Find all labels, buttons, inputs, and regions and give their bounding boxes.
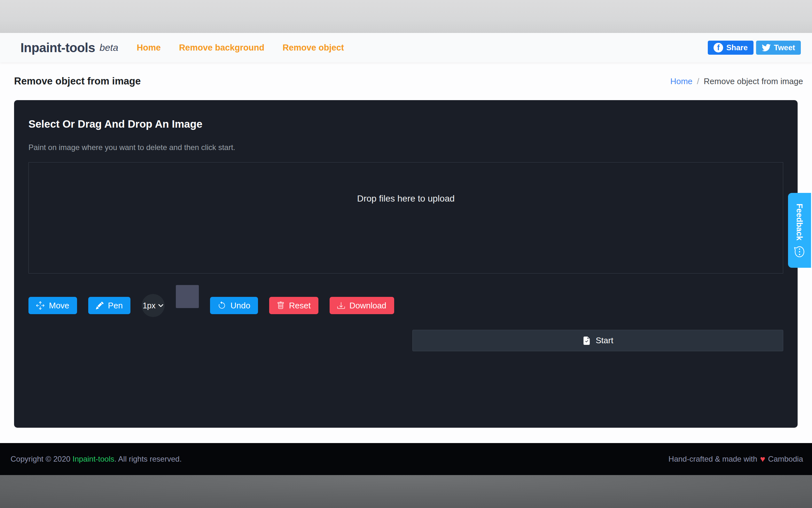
brush-size-value: 1px	[143, 301, 155, 310]
feedback-label: Feedback	[795, 204, 804, 240]
desktop-band-bottom	[0, 475, 812, 508]
pencil-icon	[96, 302, 104, 309]
move-label: Move	[49, 301, 69, 311]
breadcrumb-current: Remove object from image	[704, 77, 803, 86]
brand-logo[interactable]: Inpaint-tools	[20, 41, 95, 55]
card-title: Select Or Drag And Drop An Image	[29, 118, 783, 130]
breadcrumb-home-link[interactable]: Home	[670, 77, 692, 86]
start-button[interactable]: Start	[413, 330, 783, 351]
twitter-bird-icon	[762, 43, 771, 52]
twitter-tweet-button[interactable]: Tweet	[756, 41, 801, 55]
copyright-suffix: . All rights reserved.	[114, 455, 182, 463]
reset-button[interactable]: Reset	[269, 297, 319, 314]
facebook-icon: f	[714, 43, 723, 52]
share-label: Share	[726, 43, 748, 52]
heart-icon: ♥	[760, 454, 765, 464]
app-header: Inpaint-tools beta Home Remove backgroun…	[0, 33, 812, 62]
feedback-tab[interactable]: Feedback	[788, 193, 811, 268]
download-button[interactable]: Download	[330, 297, 394, 314]
upload-dropzone[interactable]: Drop files here to upload	[29, 162, 783, 273]
undo-arrow-icon	[218, 301, 226, 310]
credit-prefix: Hand-crafted & made with	[668, 455, 757, 464]
credit-suffix: Cambodia	[768, 455, 803, 464]
reset-label: Reset	[289, 301, 311, 311]
footer-brand-link[interactable]: Inpaint-tools	[73, 455, 114, 463]
move-button[interactable]: Move	[29, 297, 77, 314]
breadcrumb-row: Remove object from image Home / Remove o…	[0, 62, 812, 100]
color-swatch[interactable]	[176, 285, 199, 308]
footer: Copyright © 2020 Inpaint-tools. All righ…	[0, 443, 812, 475]
editor-card: Select Or Drag And Drop An Image Paint o…	[14, 100, 798, 428]
dropzone-message: Drop files here to upload	[29, 194, 783, 204]
arrows-move-icon	[36, 301, 44, 310]
nav-item-remove-background[interactable]: Remove background	[179, 43, 265, 53]
footer-credit: Hand-crafted & made with ♥ Cambodia	[668, 454, 803, 464]
nav-item-home[interactable]: Home	[137, 43, 161, 53]
copyright-prefix: Copyright © 2020	[10, 455, 73, 463]
trash-icon	[277, 302, 285, 309]
feedback-tab-inner: Feedback	[788, 193, 811, 268]
social-buttons: f Share Tweet	[708, 41, 801, 55]
breadcrumb-separator: /	[697, 77, 699, 86]
file-check-icon	[582, 337, 591, 345]
undo-button[interactable]: Undo	[210, 297, 258, 314]
nav-item-remove-object[interactable]: Remove object	[283, 43, 344, 53]
brand-beta-tag: beta	[99, 42, 118, 53]
breadcrumb: Home / Remove object from image	[670, 77, 803, 86]
page: Inpaint-tools beta Home Remove backgroun…	[0, 33, 812, 443]
facebook-share-button[interactable]: f Share	[708, 41, 754, 55]
undo-label: Undo	[231, 301, 250, 311]
pen-label: Pen	[108, 301, 123, 311]
page-title: Remove object from image	[14, 76, 141, 87]
download-icon	[337, 302, 345, 309]
download-label: Download	[349, 301, 386, 311]
tweet-label: Tweet	[774, 43, 795, 52]
desktop-band-top	[0, 0, 812, 33]
chevron-down-icon	[158, 303, 164, 308]
brush-size-select[interactable]: 1px	[142, 294, 164, 317]
screen: Inpaint-tools beta Home Remove backgroun…	[0, 0, 812, 508]
start-label: Start	[596, 336, 614, 345]
editor-toolbar: Move Pen 1px	[29, 294, 783, 317]
chat-dots-icon	[794, 246, 805, 257]
start-row: Start	[29, 330, 783, 351]
pen-button[interactable]: Pen	[88, 297, 131, 314]
footer-copyright: Copyright © 2020 Inpaint-tools. All righ…	[10, 455, 182, 464]
main-nav: Home Remove background Remove object	[137, 43, 344, 53]
card-subtitle: Paint on image where you want to delete …	[29, 143, 783, 152]
